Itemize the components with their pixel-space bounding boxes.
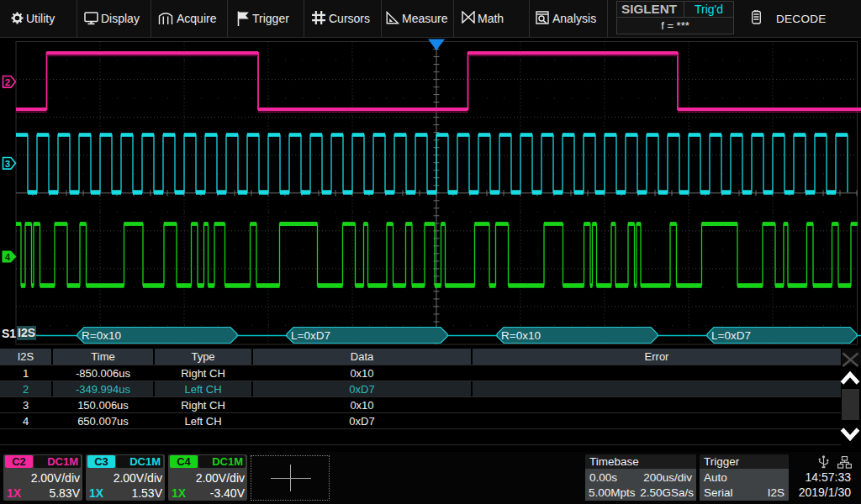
svg-text:3: 3: [5, 159, 10, 169]
svg-text:R=0x10: R=0x10: [82, 329, 121, 342]
svg-text:R=0x10: R=0x10: [501, 329, 541, 342]
svg-text:SIGLENT: SIGLENT: [621, 3, 677, 16]
svg-text:4: 4: [5, 252, 11, 262]
svg-text:2: 2: [5, 77, 10, 87]
svg-text:L=0xD7: L=0xD7: [291, 329, 330, 342]
svg-text:L=0xD7: L=0xD7: [711, 329, 751, 342]
